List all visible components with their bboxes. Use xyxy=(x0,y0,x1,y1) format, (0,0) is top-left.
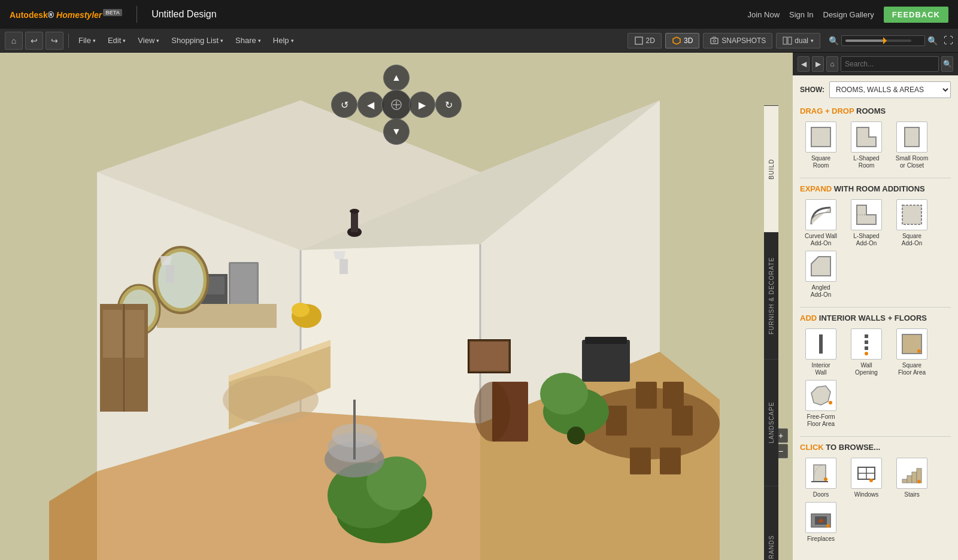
show-dropdown[interactable]: ROOMS, WALLS & AREAS xyxy=(829,81,951,98)
zoom-out-button[interactable]: 🔍 xyxy=(829,36,839,45)
navigation-controls: ↺ ▲ ◀ ▶ ▼ ↻ xyxy=(331,65,462,145)
svg-rect-79 xyxy=(865,334,868,338)
fireplaces-label: Fireplaces xyxy=(807,535,835,543)
l-shaped-room-item[interactable]: L-ShapedRoom xyxy=(845,121,887,169)
home-button[interactable]: ⌂ xyxy=(5,32,23,50)
divider-1 xyxy=(800,178,951,178)
zoom-slider[interactable] xyxy=(845,37,911,44)
pan-center-button[interactable] xyxy=(381,90,411,120)
fireplaces-item[interactable]: Fireplaces xyxy=(800,502,842,543)
square-addon-shape xyxy=(896,199,927,230)
svg-marker-65 xyxy=(334,251,345,259)
undo-button[interactable]: ↩ xyxy=(25,32,43,50)
panel-back-button[interactable]: ◀ xyxy=(798,56,810,72)
dual-view-button[interactable]: dual ▾ xyxy=(776,33,820,48)
wall-opening-label: WallOpening xyxy=(855,362,878,376)
wall-opening-shape xyxy=(851,328,882,360)
square-floor-item[interactable]: SquareFloor Area xyxy=(891,328,933,376)
build-tab[interactable]: BUILD xyxy=(764,105,778,232)
logo-area: Autodesk® HomestylerBETA xyxy=(10,10,122,20)
panel-search-button[interactable]: 🔍 xyxy=(941,56,953,72)
svg-point-93 xyxy=(869,479,873,482)
join-now-link[interactable]: Join Now xyxy=(748,10,780,19)
stairs-item[interactable]: Stairs xyxy=(891,458,933,498)
canvas[interactable]: ↺ ▲ ◀ ▶ ▼ ↻ xyxy=(0,53,793,560)
dual-icon xyxy=(783,36,792,45)
rotate-left-button[interactable]: ↺ xyxy=(331,92,357,118)
share-menu[interactable]: Share▾ xyxy=(231,34,266,47)
fullscreen-button[interactable]: ⛶ xyxy=(944,35,953,46)
svg-point-101 xyxy=(826,524,830,528)
brands-tab[interactable]: BRANDS xyxy=(764,486,778,560)
shopping-list-menu[interactable]: Shopping List▾ xyxy=(166,34,228,47)
wall-opening-item[interactable]: WallOpening xyxy=(845,328,887,376)
square-room-shape xyxy=(805,121,836,153)
room-additions-header: EXPAND WITH ROOM ADDITIONS xyxy=(800,184,951,193)
pan-right-button[interactable]: ▶ xyxy=(409,92,435,118)
svg-rect-78 xyxy=(819,334,823,354)
svg-point-2 xyxy=(713,39,716,42)
svg-point-66 xyxy=(223,376,319,424)
design-gallery-link[interactable]: Design Gallery xyxy=(823,10,874,19)
feedback-button[interactable]: FEEDBACK xyxy=(884,7,948,23)
svg-marker-71 xyxy=(857,127,876,147)
view-menu[interactable]: View▾ xyxy=(133,34,164,47)
file-menu[interactable]: File▾ xyxy=(74,34,101,47)
panel-content-area: SHOW: ROOMS, WALLS & AREAS DRAG + DROP R… xyxy=(793,75,958,560)
zoom-in-button[interactable]: 🔍 xyxy=(927,36,938,45)
zoom-slider-container xyxy=(841,35,925,46)
svg-rect-38 xyxy=(660,448,681,474)
angled-addon-item[interactable]: AngledAdd-On xyxy=(800,251,842,299)
square-addon-item[interactable]: SquareAdd-On xyxy=(891,199,933,247)
svg-rect-42 xyxy=(585,337,627,344)
l-shaped-room-label: L-ShapedRoom xyxy=(853,155,879,169)
angled-addon-label: AngledAdd-On xyxy=(811,284,831,299)
browse-header: CLICK TO BROWSE... xyxy=(800,443,951,452)
small-room-label: Small Roomor Closet xyxy=(896,155,928,169)
svg-rect-80 xyxy=(865,340,868,344)
panel-home-button[interactable]: ⌂ xyxy=(826,56,838,72)
walls-floors-header: ADD INTERIOR WALLS + FLOORS xyxy=(800,314,951,322)
furnish-decorate-tab[interactable]: FURNISH & DECORATE xyxy=(764,232,778,359)
snapshots-button[interactable]: SNAPSHOTS xyxy=(703,33,772,48)
l-shaped-room-shape xyxy=(851,121,882,153)
windows-item[interactable]: Windows xyxy=(845,458,887,498)
svg-rect-41 xyxy=(582,340,630,382)
svg-rect-4 xyxy=(788,37,792,44)
crosshair-icon xyxy=(389,98,404,112)
l-shaped-addon-item[interactable]: L-ShapedAdd-On xyxy=(845,199,887,247)
pan-left-button[interactable]: ◀ xyxy=(357,92,384,118)
2d-view-button[interactable]: 2D xyxy=(627,33,662,48)
square-room-item[interactable]: SquareRoom xyxy=(800,121,842,169)
logo-divider xyxy=(137,6,137,23)
svg-point-98 xyxy=(917,480,921,483)
curved-wall-item[interactable]: Curved WallAdd-On xyxy=(800,199,842,247)
3d-view-button[interactable]: 3D xyxy=(665,33,699,48)
interior-wall-item[interactable]: InteriorWall xyxy=(800,328,842,376)
small-room-item[interactable]: Small Roomor Closet xyxy=(891,121,933,169)
rotate-right-button[interactable]: ↻ xyxy=(435,92,462,118)
panel-tabs: BUILD FURNISH & DECORATE LANDSCAPE BRAND… xyxy=(764,105,778,560)
pan-up-button[interactable]: ▲ xyxy=(383,65,410,91)
svg-rect-58 xyxy=(351,211,358,232)
sign-in-link[interactable]: Sign In xyxy=(789,10,813,19)
panel-search-input[interactable] xyxy=(841,56,939,72)
pan-down-button[interactable]: ▼ xyxy=(383,118,410,145)
doors-label: Doors xyxy=(813,491,829,498)
svg-point-88 xyxy=(824,477,827,481)
toolbar-divider-1 xyxy=(68,34,69,48)
landscape-tab[interactable]: LANDSCAPE xyxy=(764,359,778,486)
show-label: SHOW: xyxy=(800,86,824,94)
panel-forward-button[interactable]: ▶ xyxy=(812,56,824,72)
help-menu[interactable]: Help▾ xyxy=(268,34,299,47)
edit-menu[interactable]: Edit▾ xyxy=(103,34,131,47)
fireplaces-shape xyxy=(805,502,836,533)
freeform-floor-item[interactable]: Free-FormFloor Area xyxy=(800,380,842,428)
divider-2 xyxy=(800,307,951,308)
stairs-shape xyxy=(896,458,927,489)
logo-text: Autodesk® HomestylerBETA xyxy=(10,10,122,20)
view-toggle: 2D 3D SNAPSHOTS dual ▾ 🔍 🔍 xyxy=(627,33,953,48)
l-shaped-addon-shape xyxy=(851,199,882,230)
doors-item[interactable]: Doors xyxy=(800,458,842,498)
redo-button[interactable]: ↪ xyxy=(46,32,63,50)
